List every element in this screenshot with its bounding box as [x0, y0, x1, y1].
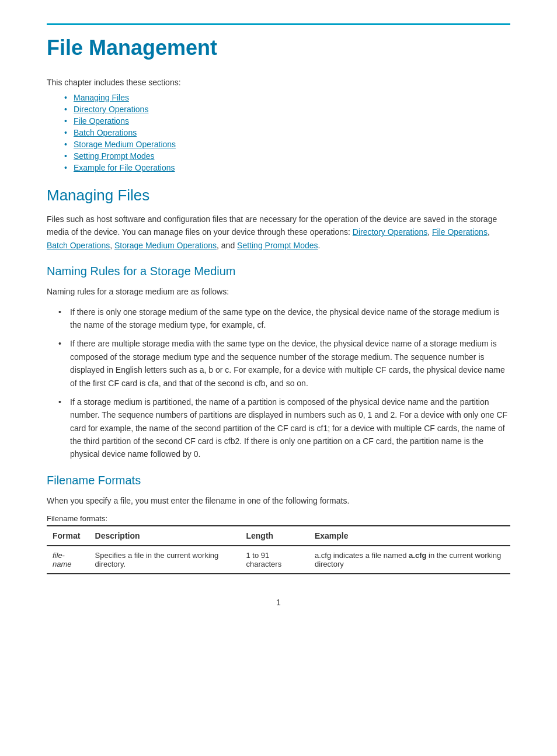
page-number: 1 — [47, 598, 510, 607]
toc-list: Managing Files Directory Operations File… — [64, 93, 510, 172]
toc-link-managing-files[interactable]: Managing Files — [74, 93, 129, 102]
filename-formats-table: Format Description Length Example file-n… — [47, 525, 510, 574]
link-directory-operations[interactable]: Directory Operations — [353, 227, 427, 237]
managing-files-heading: Managing Files — [47, 186, 510, 204]
naming-rules-heading: Naming Rules for a Storage Medium — [47, 265, 510, 278]
toc-link-setting-prompt-modes[interactable]: Setting Prompt Modes — [74, 151, 155, 161]
toc-link-batch-operations[interactable]: Batch Operations — [74, 128, 137, 137]
cell-example-bold: a.cfg — [409, 551, 426, 560]
page-container: File Management This chapter includes th… — [0, 0, 557, 642]
toc-link-storage-medium-operations[interactable]: Storage Medium Operations — [74, 140, 176, 149]
col-header-example: Example — [309, 526, 510, 546]
naming-rule-item-1: If there is only one storage medium of t… — [58, 306, 510, 332]
toc-item-setting-prompt-modes: Setting Prompt Modes — [64, 151, 510, 161]
table-row: file-name Specifies a file in the curren… — [47, 546, 510, 574]
toc-item-file-operations: File Operations — [64, 116, 510, 126]
toc-item-directory-operations: Directory Operations — [64, 105, 510, 114]
link-batch-operations[interactable]: Batch Operations — [47, 241, 110, 250]
cell-format: file-name — [47, 546, 89, 574]
table-label: Filename formats: — [47, 514, 510, 523]
toc-link-example-file-operations[interactable]: Example for File Operations — [74, 163, 175, 172]
managing-files-text: Files such as host software and configur… — [47, 214, 497, 237]
managing-files-body: Files such as host software and configur… — [47, 213, 510, 252]
toc-link-directory-operations[interactable]: Directory Operations — [74, 105, 148, 114]
cell-description: Specifies a file in the current working … — [89, 546, 241, 574]
naming-rule-text-3: If a storage medium is partitioned, the … — [70, 397, 507, 459]
naming-rule-item-3: If a storage medium is partitioned, the … — [58, 396, 510, 461]
cell-format-value: file-name — [53, 551, 72, 568]
link-storage-medium-operations[interactable]: Storage Medium Operations — [114, 241, 217, 250]
filename-formats-heading: Filename Formats — [47, 474, 510, 487]
toc-item-batch-operations: Batch Operations — [64, 128, 510, 137]
cell-description-value: Specifies a file in the current working … — [95, 551, 219, 568]
toc-item-managing-files: Managing Files — [64, 93, 510, 102]
toc-item-storage-medium-operations: Storage Medium Operations — [64, 140, 510, 149]
naming-rules-list: If there is only one storage medium of t… — [58, 306, 510, 461]
toc-item-example-file-operations: Example for File Operations — [64, 163, 510, 172]
naming-rules-intro: Naming rules for a storage medium are as… — [47, 285, 510, 298]
toc-link-file-operations[interactable]: File Operations — [74, 116, 129, 126]
col-header-description: Description — [89, 526, 241, 546]
link-setting-prompt-modes[interactable]: Setting Prompt Modes — [237, 241, 318, 250]
cell-length-value: 1 to 91 characters — [246, 551, 281, 568]
top-border-decoration — [47, 23, 510, 25]
filename-formats-intro: When you specify a file, you must enter … — [47, 494, 510, 507]
naming-rule-text-2: If there are multiple storage media with… — [70, 339, 505, 387]
cell-example-prefix: a.cfg indicates a file named — [315, 551, 409, 560]
naming-rule-item-2: If there are multiple storage media with… — [58, 337, 510, 390]
col-header-length: Length — [240, 526, 308, 546]
table-header-row: Format Description Length Example — [47, 526, 510, 546]
col-header-format: Format — [47, 526, 89, 546]
cell-length: 1 to 91 characters — [240, 546, 308, 574]
link-file-operations[interactable]: File Operations — [432, 227, 488, 237]
naming-rule-text-1: If there is only one storage medium of t… — [70, 307, 499, 330]
intro-text: This chapter includes these sections: — [47, 78, 510, 87]
page-title: File Management — [47, 36, 510, 60]
cell-example: a.cfg indicates a file named a.cfg in th… — [309, 546, 510, 574]
